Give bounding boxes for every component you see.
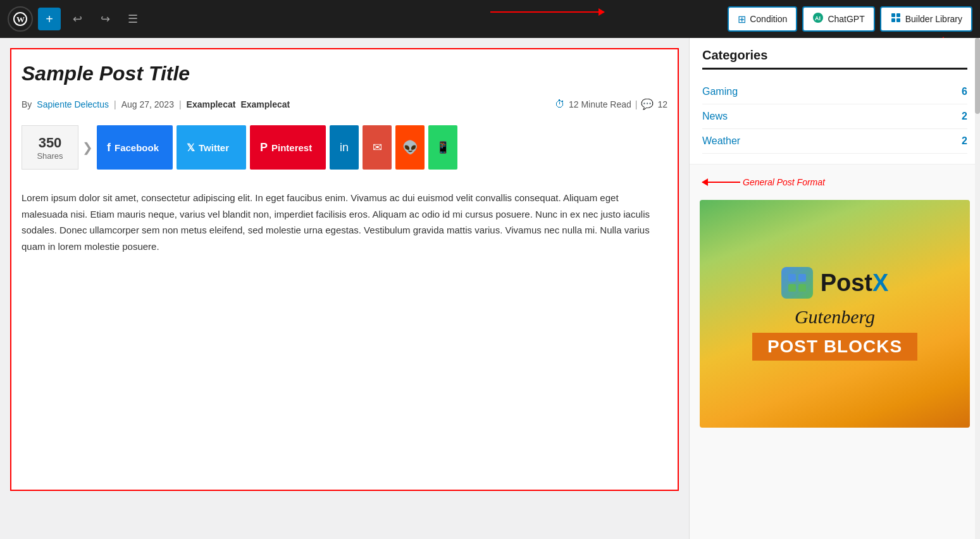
post-date: Aug 27, 2023 xyxy=(121,99,174,109)
comment-count: 12 xyxy=(657,99,667,109)
share-arrow-icon: ❯ xyxy=(78,140,97,155)
chatgpt-button[interactable]: AI ChatGPT xyxy=(802,6,874,32)
sidebar-scrollbar-thumb xyxy=(975,38,980,114)
main-layout: Sample Post Title By Sapiente Delectus |… xyxy=(0,38,980,539)
categories-title: Categories xyxy=(702,48,967,70)
content-area: Sample Post Title By Sapiente Delectus |… xyxy=(0,38,689,539)
clock-icon: ⏱ xyxy=(555,99,565,110)
builder-library-button[interactable]: Builder Library xyxy=(880,6,972,32)
category-item-weather: Weather 2 xyxy=(702,129,967,154)
pinterest-label: Pinterest xyxy=(271,142,312,153)
postx-bg: PostX Gutenberg POST BLOCKS xyxy=(700,200,970,428)
post-meta: By Sapiente Delectus | Aug 27, 2023 | Ex… xyxy=(22,98,667,110)
svg-rect-10 xyxy=(788,284,796,292)
toolbar: W + ↩ ↪ ☰ ⊞ Condition AI ChatGPT xyxy=(0,0,980,38)
svg-rect-9 xyxy=(798,274,806,282)
category-count-gaming: 6 xyxy=(962,86,967,97)
whatsapp-share-button[interactable]: 📱 xyxy=(428,125,457,170)
post-body: Lorem ipsum dolor sit amet, consectetur … xyxy=(22,190,667,254)
condition-icon: ⊞ xyxy=(738,13,746,25)
plus-icon: + xyxy=(46,12,53,27)
add-button[interactable]: + xyxy=(38,8,61,30)
svg-text:W: W xyxy=(16,15,25,24)
general-post-format-text: General Post Format xyxy=(743,177,825,187)
facebook-label: Facebook xyxy=(115,142,159,153)
category-item-news: News 2 xyxy=(702,104,967,129)
facebook-icon: f xyxy=(107,141,111,154)
svg-rect-11 xyxy=(798,284,806,292)
general-post-format-annotation: General Post Format xyxy=(690,164,980,194)
redo-icon: ↪ xyxy=(101,12,110,26)
read-info: ⏱ 12 Minute Read | 💬 12 xyxy=(555,98,667,110)
twitter-share-button[interactable]: 𝕏 Twitter xyxy=(177,125,246,170)
post-preview: Sample Post Title By Sapiente Delectus |… xyxy=(10,48,679,491)
undo-icon: ↩ xyxy=(73,12,82,26)
svg-rect-8 xyxy=(788,274,796,282)
category-count-weather: 2 xyxy=(962,135,967,147)
linkedin-icon: in xyxy=(340,141,349,154)
share-label: Shares xyxy=(37,151,63,161)
category-item-gaming: Gaming 6 xyxy=(702,80,967,104)
toolbar-right: ⊞ Condition AI ChatGPT Builder Library xyxy=(728,6,972,32)
redo-button[interactable]: ↪ xyxy=(94,8,116,30)
categories-section: Categories Gaming 6 News 2 Weather 2 xyxy=(690,38,980,164)
wp-logo: W xyxy=(8,6,33,32)
meta-sep3: | xyxy=(635,99,638,109)
category-count-news: 2 xyxy=(962,111,967,122)
post-title: Sample Post Title xyxy=(22,62,667,85)
svg-rect-6 xyxy=(891,18,895,22)
postx-logo-area: PostX xyxy=(781,267,889,299)
chatgpt-label: ChatGPT xyxy=(828,14,864,24)
svg-rect-5 xyxy=(896,13,900,17)
email-icon: ✉ xyxy=(373,140,382,154)
twitter-icon: 𝕏 xyxy=(187,142,195,154)
gutenberg-text: Gutenberg xyxy=(795,306,875,328)
postx-brand-text: PostX xyxy=(821,270,889,297)
chatgpt-icon: AI xyxy=(812,12,824,26)
facebook-share-button[interactable]: f Facebook xyxy=(97,125,173,170)
category1[interactable]: Examplecat xyxy=(187,99,236,109)
pinterest-share-button[interactable]: P Pinterest xyxy=(250,125,326,170)
meta-sep1: | xyxy=(114,99,116,109)
toolbar-arrow xyxy=(490,11,604,13)
reddit-icon: 👽 xyxy=(402,140,418,155)
sidebar: Categories Gaming 6 News 2 Weather 2 Gen… xyxy=(689,38,980,539)
share-count: 350 Shares xyxy=(22,125,78,170)
category-link-gaming[interactable]: Gaming xyxy=(702,86,738,97)
category-link-news[interactable]: News xyxy=(702,111,728,122)
menu-icon: ☰ xyxy=(128,12,138,26)
undo-button[interactable]: ↩ xyxy=(66,8,89,30)
email-share-button[interactable]: ✉ xyxy=(363,125,392,170)
meta-sep2: | xyxy=(179,99,182,109)
twitter-label: Twitter xyxy=(199,142,229,153)
builder-library-icon xyxy=(890,12,902,26)
share-section: 350 Shares ❯ f Facebook 𝕏 Twitter P xyxy=(22,125,667,170)
share-number: 350 xyxy=(39,135,62,151)
post-blocks-text: POST BLOCKS xyxy=(752,333,917,361)
by-label: By xyxy=(22,99,32,109)
whatsapp-icon: 📱 xyxy=(436,140,450,154)
pinterest-icon: P xyxy=(260,141,268,154)
menu-button[interactable]: ☰ xyxy=(121,8,144,30)
share-buttons: f Facebook 𝕏 Twitter P Pinterest in xyxy=(97,125,457,170)
condition-label: Condition xyxy=(750,14,787,24)
svg-rect-4 xyxy=(891,13,895,17)
read-time: 12 Minute Read xyxy=(569,99,631,109)
condition-button[interactable]: ⊞ Condition xyxy=(728,6,797,32)
postx-banner: PostX Gutenberg POST BLOCKS xyxy=(700,200,970,428)
category-link-weather[interactable]: Weather xyxy=(702,135,740,147)
linkedin-share-button[interactable]: in xyxy=(330,125,359,170)
reddit-share-button[interactable]: 👽 xyxy=(395,125,425,170)
comment-icon: 💬 xyxy=(641,98,654,110)
svg-text:AI: AI xyxy=(815,15,821,22)
sidebar-scrollbar[interactable] xyxy=(975,38,980,539)
builder-library-label: Builder Library xyxy=(905,14,962,24)
postx-icon xyxy=(781,267,813,299)
category2[interactable]: Examplecat xyxy=(240,99,290,109)
author-link[interactable]: Sapiente Delectus xyxy=(37,99,109,109)
svg-rect-7 xyxy=(896,18,900,22)
